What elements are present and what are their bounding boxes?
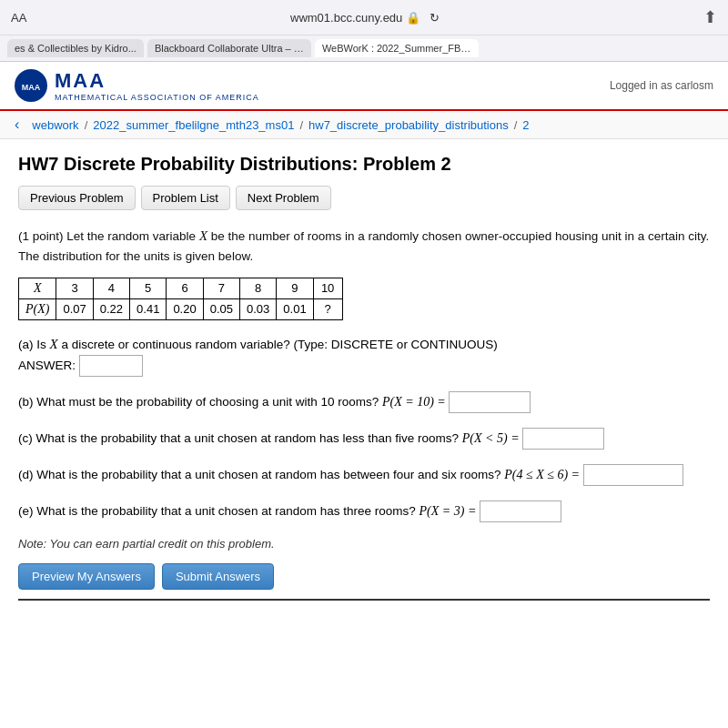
breadcrumb-item-4[interactable]: 2 <box>522 118 529 132</box>
table-header-x: X <box>19 278 56 298</box>
tab-webwork[interactable]: WeBWorK : 2022_Summer_FBelil <box>315 39 479 57</box>
answer-label-a: ANSWER: <box>18 358 76 371</box>
preview-answers-button[interactable]: Preview My Answers <box>18 563 155 590</box>
maa-icon: MAA <box>15 69 47 102</box>
answer-input-e[interactable] <box>480 500 561 522</box>
url-text: wwm01.bcc.cuny.edu <box>290 11 402 25</box>
logged-in-text: Logged in as carlosm <box>610 79 713 92</box>
math-e: P(X = 3) = <box>420 503 480 517</box>
browser-aa-label: AA <box>11 11 26 25</box>
table-px-header: P(X) <box>19 298 56 319</box>
table-col-10: 10 <box>313 278 342 298</box>
table-val-6: 0.20 <box>167 298 203 319</box>
main-content: HW7 Discrete Probability Distributions: … <box>0 139 728 615</box>
math-c: P(X < 5) = <box>462 430 522 444</box>
answer-input-b[interactable] <box>449 391 531 413</box>
next-problem-button[interactable]: Next Problem <box>236 186 331 210</box>
previous-problem-button[interactable]: Previous Problem <box>18 186 136 210</box>
answer-input-c[interactable] <box>522 428 604 450</box>
problem-list-button[interactable]: Problem List <box>141 186 230 210</box>
table-col-9: 9 <box>277 278 313 298</box>
table-val-4: 0.22 <box>93 298 129 319</box>
table-col-5: 5 <box>130 278 167 298</box>
var-x-a: X <box>50 337 62 351</box>
svg-text:MAA: MAA <box>22 83 41 92</box>
answer-input-a[interactable] <box>79 355 143 377</box>
submit-answers-button[interactable]: Submit Answers <box>162 563 274 590</box>
probability-table: X 3 4 5 6 7 8 9 10 P(X) 0.07 0.22 0.41 0… <box>18 278 343 320</box>
browser-bar: AA wwm01.bcc.cuny.edu 🔒 ↻ ⬆ <box>0 0 728 35</box>
tabs-row: es & Collectibles by Kidro... Blackboard… <box>0 35 728 62</box>
table-col-7: 7 <box>203 278 239 298</box>
page-title: HW7 Discrete Probability Distributions: … <box>18 154 710 175</box>
maa-logo: MAA MAA MATHEMATICAL ASSOCIATION OF AMER… <box>15 69 259 102</box>
nav-buttons: Previous Problem Problem List Next Probl… <box>18 186 710 210</box>
tab-blackboard[interactable]: Blackboard Collaborate Ultra – 2022 Summ… <box>147 39 311 57</box>
table-val-10: ? <box>313 298 342 319</box>
question-part-e: (e) What is the probability that a unit … <box>18 500 710 522</box>
math-d: P(4 ≤ X ≤ 6) = <box>504 467 582 480</box>
reload-icon: ↻ <box>430 11 440 25</box>
table-col-8: 8 <box>240 278 277 298</box>
var-x-intro: X <box>199 228 211 243</box>
question-part-a: (a) Is X a discrete or continuous random… <box>18 333 710 377</box>
maa-header: MAA MAA MATHEMATICAL ASSOCIATION OF AMER… <box>0 62 728 111</box>
table-col-4: 4 <box>93 278 129 298</box>
bottom-divider <box>18 599 710 601</box>
maa-text-block: MAA MATHEMATICAL ASSOCIATION OF AMERICA <box>55 69 259 102</box>
math-b: P(X = 10) = <box>382 394 449 408</box>
table-val-5: 0.41 <box>130 298 167 319</box>
share-icon[interactable]: ⬆ <box>703 7 717 27</box>
table-val-7: 0.05 <box>203 298 239 319</box>
tab-kidro[interactable]: es & Collectibles by Kidro... <box>7 39 144 57</box>
question-part-b: (b) What must be the probability of choo… <box>18 391 710 413</box>
lock-icon: 🔒 <box>406 11 420 25</box>
back-button[interactable]: ‹ <box>15 116 19 133</box>
breadcrumb-item-2[interactable]: 2022_summer_fbelilgne_mth23_ms01 <box>93 118 294 132</box>
question-part-d: (d) What is the probability that a unit … <box>18 464 710 486</box>
table-col-6: 6 <box>167 278 203 298</box>
browser-url: wwm01.bcc.cuny.edu 🔒 ↻ <box>290 11 440 25</box>
bottom-buttons: Preview My Answers Submit Answers <box>18 563 710 590</box>
table-val-9: 0.01 <box>277 298 313 319</box>
maa-subtitle: MATHEMATICAL ASSOCIATION OF AMERICA <box>55 93 259 102</box>
table-val-8: 0.03 <box>240 298 277 319</box>
table-val-3: 0.07 <box>56 298 93 319</box>
table-col-3: 3 <box>56 278 93 298</box>
note-text: Note: You can earn partial credit on thi… <box>18 537 710 551</box>
maa-title: MAA <box>55 69 259 93</box>
breadcrumb-item-3[interactable]: hw7_discrete_probability_distributions <box>308 118 509 132</box>
breadcrumb: ‹ webwork / 2022_summer_fbelilgne_mth23_… <box>0 111 728 139</box>
question-part-c: (c) What is the probability that a unit … <box>18 428 710 450</box>
answer-input-d[interactable] <box>583 464 683 486</box>
problem-intro: (1 point) Let the random variable X be t… <box>18 225 710 267</box>
breadcrumb-item-1[interactable]: webwork <box>32 118 78 132</box>
